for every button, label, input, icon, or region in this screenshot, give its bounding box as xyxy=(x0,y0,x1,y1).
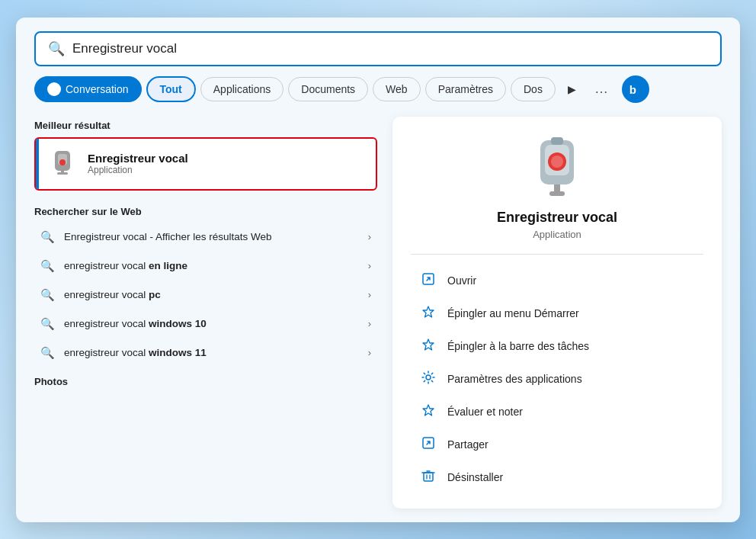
best-result-card[interactable]: Enregistreur vocal Application xyxy=(34,137,377,191)
pin-start-action[interactable]: Épingler au menu Démarrer xyxy=(411,298,703,329)
tab-conversation[interactable]: Conversation xyxy=(34,76,142,102)
tab-parametres[interactable]: Paramètres xyxy=(425,77,506,101)
svg-point-4 xyxy=(59,159,66,165)
divider xyxy=(411,254,703,255)
tab-web[interactable]: Web xyxy=(373,77,421,101)
search-bar[interactable]: 🔍 Enregistreur vocal xyxy=(34,31,722,66)
chevron-right-icon: › xyxy=(368,318,371,329)
svg-rect-17 xyxy=(424,473,433,481)
web-item[interactable]: 🔍 enregistreur vocal en ligne › xyxy=(34,252,377,280)
share-icon xyxy=(420,436,437,454)
svg-rect-6 xyxy=(57,172,68,175)
photos-section-title: Photos xyxy=(34,376,377,387)
tab-documents-label: Documents xyxy=(301,83,355,95)
svg-rect-8 xyxy=(554,184,560,193)
web-item-text: enregistreur vocal en ligne xyxy=(64,260,359,271)
content-area: Meilleur résultat Enregistreur vocal App… xyxy=(16,103,740,522)
rate-label: Évaluer et noter xyxy=(447,406,523,418)
tab-dos-label: Dos xyxy=(524,83,543,95)
settings-icon xyxy=(420,371,437,388)
search-icon: 🔍 xyxy=(40,259,55,273)
tab-tout-label: Tout xyxy=(160,83,182,95)
pin-taskbar-icon xyxy=(420,338,437,355)
chevron-right-icon: › xyxy=(368,347,371,358)
web-search-title: Rechercher sur le Web xyxy=(34,206,377,217)
web-item-text: Enregistreur vocal - Afficher les résult… xyxy=(64,231,359,242)
uninstall-action[interactable]: Désinstaller xyxy=(411,462,703,493)
best-result-title: Meilleur résultat xyxy=(34,120,377,131)
search-bar-row: 🔍 Enregistreur vocal xyxy=(16,18,740,66)
web-item[interactable]: 🔍 Enregistreur vocal - Afficher les résu… xyxy=(34,223,377,251)
svg-point-12 xyxy=(551,156,563,168)
app-icon-large xyxy=(527,138,588,199)
app-settings-label: Paramètres des applications xyxy=(447,373,582,385)
chevron-right-icon: › xyxy=(368,289,371,300)
svg-rect-13 xyxy=(551,137,563,145)
search-icon: 🔍 xyxy=(40,288,55,302)
right-panel: Enregistreur vocal Application Ouvrir xyxy=(392,117,722,509)
chevron-right-icon: › xyxy=(368,231,371,242)
tab-dos[interactable]: Dos xyxy=(511,77,556,101)
tab-applications[interactable]: Applications xyxy=(200,77,284,101)
tab-parametres-label: Paramètres xyxy=(438,83,493,95)
search-input[interactable]: Enregistreur vocal xyxy=(72,41,708,56)
best-result-text: Enregistreur vocal Application xyxy=(88,152,188,175)
chevron-right-icon: › xyxy=(368,260,371,271)
svg-text:b: b xyxy=(629,82,636,95)
pin-start-label: Épingler au menu Démarrer xyxy=(447,307,579,319)
bing-button[interactable]: b xyxy=(622,75,649,103)
rate-icon xyxy=(420,403,437,421)
open-action[interactable]: Ouvrir xyxy=(411,265,703,297)
tab-applications-label: Applications xyxy=(213,83,271,95)
best-result-app-icon xyxy=(48,149,77,178)
web-item[interactable]: 🔍 enregistreur vocal windows 11 › xyxy=(34,339,377,367)
action-list: Ouvrir Épingler au menu Démarrer xyxy=(411,265,703,493)
web-item-text: enregistreur vocal pc xyxy=(64,289,359,300)
share-action[interactable]: Partager xyxy=(411,429,703,460)
pin-taskbar-action[interactable]: Épingler à la barre des tâches xyxy=(411,331,703,362)
app-settings-action[interactable]: Paramètres des applications xyxy=(411,364,703,395)
trash-icon xyxy=(420,469,437,486)
open-icon xyxy=(420,272,437,290)
open-label: Ouvrir xyxy=(447,274,476,287)
uninstall-label: Désinstaller xyxy=(447,471,503,483)
share-label: Partager xyxy=(447,438,489,451)
best-result-app-name: Enregistreur vocal xyxy=(88,152,188,165)
pin-taskbar-label: Épingler à la barre des tâches xyxy=(447,340,589,352)
best-result-app-type: Application xyxy=(88,165,188,175)
web-item[interactable]: 🔍 enregistreur vocal pc › xyxy=(34,281,377,309)
conversation-icon xyxy=(47,82,61,96)
tab-web-label: Web xyxy=(386,83,408,95)
tabs-row: Conversation Tout Applications Documents… xyxy=(16,66,740,103)
web-item-text: enregistreur vocal windows 10 xyxy=(64,318,359,329)
web-item-text: enregistreur vocal windows 11 xyxy=(64,347,359,358)
search-icon: 🔍 xyxy=(40,317,55,331)
app-type: Application xyxy=(533,229,581,240)
more-button[interactable]: … xyxy=(588,78,614,100)
app-name: Enregistreur vocal xyxy=(497,210,617,226)
tab-tout[interactable]: Tout xyxy=(146,76,196,102)
tab-documents[interactable]: Documents xyxy=(288,77,368,101)
web-item[interactable]: 🔍 enregistreur vocal windows 10 › xyxy=(34,310,377,338)
svg-point-15 xyxy=(426,375,431,380)
left-panel: Meilleur résultat Enregistreur vocal App… xyxy=(34,117,377,509)
search-icon: 🔍 xyxy=(48,40,65,57)
tab-conversation-label: Conversation xyxy=(66,83,129,95)
play-button[interactable]: ▶ xyxy=(560,79,584,100)
search-panel: 🔍 Enregistreur vocal Conversation Tout A… xyxy=(16,18,740,522)
svg-point-0 xyxy=(53,85,56,89)
search-icon: 🔍 xyxy=(40,346,55,360)
search-icon: 🔍 xyxy=(40,230,55,244)
web-items: 🔍 Enregistreur vocal - Afficher les résu… xyxy=(34,223,377,367)
rate-action[interactable]: Évaluer et noter xyxy=(411,396,703,428)
pin-start-icon xyxy=(420,305,437,322)
